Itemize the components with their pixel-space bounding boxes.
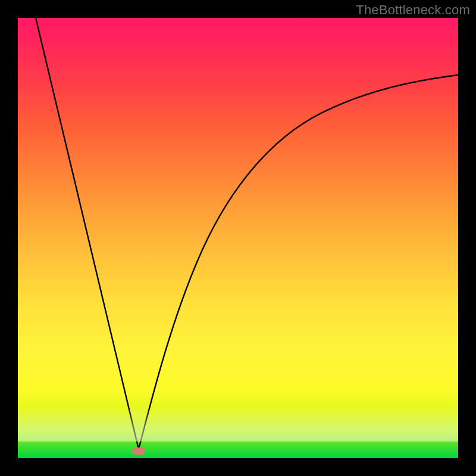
curve-right-branch <box>139 75 458 449</box>
chart-frame: TheBottleneck.com <box>0 0 476 476</box>
bottleneck-curve <box>18 18 458 458</box>
plot-area <box>18 18 458 458</box>
watermark-text: TheBottleneck.com <box>356 2 470 18</box>
curve-left-branch <box>36 18 139 449</box>
minimum-marker <box>132 447 145 455</box>
